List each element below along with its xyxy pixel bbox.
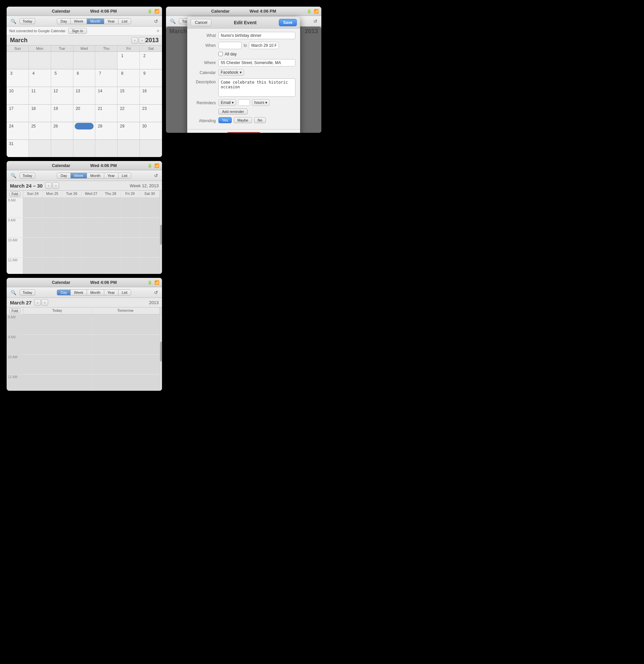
hour-cell[interactable]	[91, 355, 159, 374]
week-prev-btn[interactable]: ‹	[45, 182, 52, 189]
hour-cell[interactable]	[62, 198, 81, 218]
hour-cell[interactable]	[140, 257, 159, 274]
day-cell-24[interactable]: 24	[7, 122, 29, 140]
year-tab-day[interactable]: Year	[104, 290, 119, 295]
week-col-tue[interactable]	[62, 198, 82, 274]
fold-button-day[interactable]: Fold	[9, 308, 20, 313]
day-cell[interactable]	[118, 140, 140, 157]
day-cell[interactable]	[51, 52, 74, 69]
today-button[interactable]: Today	[20, 18, 35, 24]
hour-cell[interactable]	[121, 238, 140, 257]
delete-event-button[interactable]: Delete Event	[227, 132, 261, 133]
year-tab-month[interactable]: Year	[104, 19, 119, 24]
day-scrollbar[interactable]	[159, 315, 162, 391]
hour-cell[interactable]	[121, 218, 140, 238]
day-cell-6[interactable]: 6	[74, 69, 96, 87]
week-next-btn[interactable]: ›	[53, 182, 59, 189]
day-cell-3[interactable]: 3	[7, 69, 29, 87]
week-col-thu[interactable]	[101, 198, 121, 274]
month-next-btn[interactable]: ›	[139, 37, 145, 44]
day-cell-27-today[interactable]: 27	[74, 122, 96, 140]
week-col-sun[interactable]	[23, 198, 43, 274]
month-tab-week[interactable]: Month	[87, 173, 104, 178]
hour-cell[interactable]	[82, 198, 101, 218]
day-cell-8[interactable]: 8	[118, 69, 140, 87]
hour-cell[interactable]	[62, 218, 81, 238]
day-cell[interactable]	[140, 140, 162, 157]
day-cell[interactable]	[95, 52, 118, 69]
hour-cell[interactable]	[23, 374, 91, 391]
day-cell-5[interactable]: 5	[51, 69, 74, 87]
hour-cell[interactable]	[23, 238, 42, 257]
day-cell-10[interactable]: 10	[7, 87, 29, 104]
hour-cell[interactable]	[62, 238, 81, 257]
list-tab-day[interactable]: List	[119, 290, 131, 295]
calendar-select[interactable]: Facebook ▾	[219, 69, 244, 76]
hour-cell[interactable]	[101, 198, 120, 218]
day-cell-22[interactable]: 22	[118, 105, 140, 122]
hour-cell[interactable]	[91, 335, 159, 355]
day-cell-25[interactable]: 25	[29, 122, 51, 140]
day-cell-23[interactable]: 23	[140, 105, 162, 122]
today-button-day[interactable]: Today	[20, 290, 35, 295]
refresh-button-month[interactable]: ↺	[153, 18, 159, 25]
day-cell-11[interactable]: 11	[29, 87, 51, 104]
search-button-day[interactable]: 🔍	[9, 289, 18, 296]
day-cell-29[interactable]: 29	[118, 122, 140, 140]
day-cell-4[interactable]: 4	[29, 69, 51, 87]
day-cell[interactable]	[95, 140, 118, 157]
hour-cell[interactable]	[23, 198, 42, 218]
hour-cell[interactable]	[23, 218, 42, 238]
add-reminder-button[interactable]: Add reminder	[219, 108, 248, 115]
day-cell[interactable]	[51, 140, 74, 157]
hour-cell[interactable]	[121, 257, 140, 274]
refresh-button-edit[interactable]: ↺	[312, 18, 319, 25]
today-button-week[interactable]: Today	[20, 173, 35, 179]
save-button[interactable]: Save	[279, 19, 297, 26]
hour-cell[interactable]	[140, 218, 159, 238]
day-cell-9[interactable]: 9	[140, 69, 162, 87]
reminder-number-input[interactable]	[238, 99, 250, 106]
day-cell-15[interactable]: 15	[118, 87, 140, 104]
hour-cell[interactable]	[101, 238, 120, 257]
hour-cell[interactable]	[43, 257, 62, 274]
hour-cell[interactable]	[23, 355, 91, 374]
month-prev-btn[interactable]: ‹	[131, 37, 138, 44]
day-cell-17[interactable]: 17	[7, 105, 29, 122]
hour-cell[interactable]	[82, 257, 101, 274]
day-tab-day[interactable]: Day	[57, 290, 71, 295]
day-cell-1[interactable]: 1	[118, 52, 140, 69]
day-col-today[interactable]	[23, 315, 91, 391]
day-col-tomorrow[interactable]	[91, 315, 159, 391]
reminder-unit-select[interactable]: hours ▾	[252, 99, 270, 106]
hour-cell[interactable]	[23, 257, 42, 274]
hour-cell[interactable]	[23, 315, 91, 335]
hour-cell[interactable]	[91, 374, 159, 391]
hour-cell[interactable]	[23, 335, 91, 355]
week-scrollbar[interactable]	[159, 198, 162, 274]
day-cell[interactable]	[74, 52, 96, 69]
hour-cell[interactable]	[43, 198, 62, 218]
list-tab-week[interactable]: List	[119, 173, 131, 178]
attending-yes-button[interactable]: Yes	[219, 117, 232, 123]
cancel-button[interactable]: Cancel	[190, 19, 211, 26]
attending-no-button[interactable]: No	[254, 117, 266, 123]
hour-cell[interactable]	[43, 238, 62, 257]
search-button-week[interactable]: 🔍	[9, 172, 18, 179]
month-tab-day[interactable]: Month	[87, 290, 104, 295]
day-cell-26[interactable]: 26	[51, 122, 74, 140]
day-cell-31[interactable]: 31	[7, 140, 29, 157]
refresh-button-day[interactable]: ↺	[153, 289, 159, 296]
month-tab-month[interactable]: Month	[87, 19, 104, 24]
hour-cell[interactable]	[140, 198, 159, 218]
google-bar-close[interactable]: ×	[157, 28, 159, 34]
day-cell-18[interactable]: 18	[29, 105, 51, 122]
day-cell-13[interactable]: 13	[74, 87, 96, 104]
day-cell-16[interactable]: 16	[140, 87, 162, 104]
list-tab-month[interactable]: List	[119, 19, 131, 24]
week-col-wed[interactable]	[82, 198, 101, 274]
search-button-edit[interactable]: 🔍	[169, 18, 177, 25]
reminder-type-select[interactable]: Email ▾	[219, 99, 236, 106]
hour-cell[interactable]	[82, 218, 101, 238]
sign-in-button[interactable]: Sign In	[68, 28, 87, 34]
